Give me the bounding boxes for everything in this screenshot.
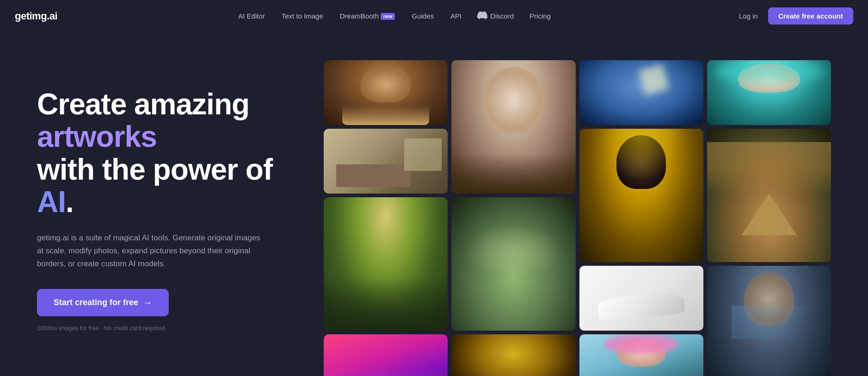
nav-ai-editor[interactable]: AI Editor: [232, 8, 271, 24]
navbar: getimg.ai AI Editor Text to Image DreamB…: [0, 0, 868, 32]
hero-description: getimg.ai is a suite of magical AI tools…: [37, 232, 268, 270]
login-button[interactable]: Log in: [732, 8, 765, 24]
hero-section: Create amazing artworks with the power o…: [0, 32, 868, 376]
hero-image-grid: [324, 60, 831, 376]
image-african-man: [324, 60, 448, 125]
start-creating-button[interactable]: Start creating for free →: [37, 289, 169, 316]
image-bedroom: [324, 129, 448, 194]
image-cyber-man: [707, 266, 831, 376]
image-neon-city: [324, 334, 448, 376]
image-anime-girl: [707, 60, 831, 125]
logo[interactable]: getimg.ai: [15, 10, 57, 22]
image-forest: [324, 197, 448, 331]
create-account-button[interactable]: Create free account: [768, 7, 853, 25]
nav-api[interactable]: API: [444, 8, 468, 24]
image-white-shoe: [579, 266, 703, 331]
discord-icon: [477, 10, 487, 22]
image-pink-hair: [579, 334, 703, 376]
nav-pricing[interactable]: Pricing: [523, 8, 557, 24]
dreambooth-badge: new: [381, 13, 395, 20]
image-goddess: [579, 129, 703, 262]
hero-heading: Create amazing artworks with the power o…: [37, 88, 296, 219]
nav-guides[interactable]: Guides: [405, 8, 440, 24]
image-pyramid: [707, 129, 831, 262]
heading-ai: AI: [37, 185, 66, 219]
image-black-gold: [451, 334, 575, 376]
image-garden: [451, 197, 575, 331]
nav-dreambooth[interactable]: DreamBoothnew: [333, 8, 402, 24]
cta-subtext: 100/mo images for free · No credit card …: [37, 325, 165, 332]
image-fantasy-woman: [451, 60, 575, 194]
nav-discord[interactable]: API Discord: [472, 6, 519, 25]
nav-right: Log in Create free account: [732, 7, 853, 25]
hero-text: Create amazing artworks with the power o…: [37, 60, 296, 332]
cta-arrow-icon: →: [143, 297, 152, 308]
heading-artworks: artworks: [37, 120, 157, 153]
image-ocean-storm: [579, 60, 703, 125]
nav-links: AI Editor Text to Image DreamBoothnew Gu…: [232, 6, 557, 25]
nav-text-to-image[interactable]: Text to Image: [275, 8, 330, 24]
